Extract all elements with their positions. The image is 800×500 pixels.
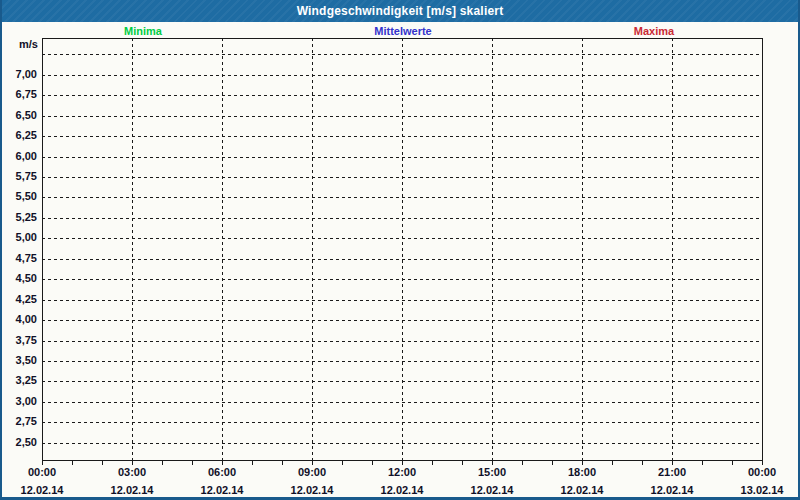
y-tick-label: 3,25 bbox=[2, 374, 37, 386]
y-tick-label: 3,00 bbox=[2, 395, 37, 407]
x-tick-time-label: 06:00 bbox=[208, 466, 236, 478]
plot-area bbox=[2, 0, 800, 500]
x-tick-time-label: 00:00 bbox=[748, 466, 776, 478]
x-tick-time-label: 18:00 bbox=[568, 466, 596, 478]
x-tick-date-label: 12.02.14 bbox=[561, 484, 604, 496]
y-tick-label: 7,00 bbox=[2, 68, 37, 80]
y-tick-label: 6,50 bbox=[2, 109, 37, 121]
y-tick-label: 5,00 bbox=[2, 231, 37, 243]
x-tick-date-label: 12.02.14 bbox=[651, 484, 694, 496]
y-tick-label: 5,50 bbox=[2, 190, 37, 202]
y-tick-label: 6,75 bbox=[2, 88, 37, 100]
y-tick-label: 4,00 bbox=[2, 313, 37, 325]
x-tick-date-label: 12.02.14 bbox=[21, 484, 64, 496]
chart-window: Windgeschwindigkeit [m/s] skaliert Minim… bbox=[0, 0, 800, 500]
x-tick-time-label: 21:00 bbox=[658, 466, 686, 478]
x-tick-time-label: 12:00 bbox=[388, 466, 416, 478]
y-tick-label: 3,75 bbox=[2, 334, 37, 346]
x-tick-time-label: 00:00 bbox=[28, 466, 56, 478]
y-tick-label: 2,75 bbox=[2, 415, 37, 427]
x-tick-time-label: 09:00 bbox=[298, 466, 326, 478]
y-tick-label: 2,50 bbox=[2, 436, 37, 448]
y-tick-label: 6,00 bbox=[2, 150, 37, 162]
x-tick-date-label: 12.02.14 bbox=[111, 484, 154, 496]
x-tick-date-label: 12.02.14 bbox=[201, 484, 244, 496]
y-tick-label: 4,50 bbox=[2, 272, 37, 284]
x-tick-date-label: 12.02.14 bbox=[291, 484, 334, 496]
x-tick-date-label: 13.02.14 bbox=[741, 484, 784, 496]
y-tick-label: 3,50 bbox=[2, 354, 37, 366]
x-tick-time-label: 15:00 bbox=[478, 466, 506, 478]
y-tick-label: 5,75 bbox=[2, 170, 37, 182]
y-tick-label: 4,75 bbox=[2, 252, 37, 264]
y-tick-label: 5,25 bbox=[2, 211, 37, 223]
y-tick-label: 4,25 bbox=[2, 293, 37, 305]
x-tick-date-label: 12.02.14 bbox=[471, 484, 514, 496]
x-tick-time-label: 03:00 bbox=[118, 466, 146, 478]
y-tick-label: 6,25 bbox=[2, 129, 37, 141]
x-tick-date-label: 12.02.14 bbox=[381, 484, 424, 496]
